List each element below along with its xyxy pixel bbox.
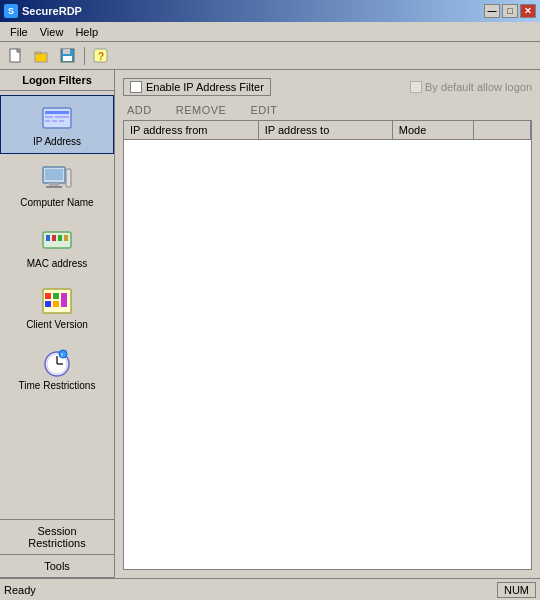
svg-rect-31: [61, 293, 67, 307]
client-version-label: Client Version: [26, 319, 88, 330]
svg-rect-10: [45, 111, 69, 114]
svg-rect-17: [45, 169, 63, 180]
col-mode: Mode: [392, 121, 473, 140]
time-restrictions-icon: !: [41, 346, 73, 378]
remove-button[interactable]: REMOVE: [176, 104, 227, 116]
num-indicator: NUM: [497, 582, 536, 598]
edit-button[interactable]: EDIT: [250, 104, 277, 116]
enable-filter-box: Enable IP Address Filter: [123, 78, 271, 96]
sidebar-bottom: Session Restrictions Tools: [0, 519, 114, 578]
status-bar: Ready NUM: [0, 578, 540, 600]
svg-rect-3: [35, 52, 41, 54]
time-restrictions-label: Time Restrictions: [19, 380, 96, 391]
sidebar-item-mac-address[interactable]: MAC address: [0, 217, 114, 276]
svg-rect-5: [63, 49, 70, 54]
svg-rect-11: [45, 116, 53, 118]
close-button[interactable]: ✕: [520, 4, 536, 18]
svg-rect-15: [59, 120, 64, 122]
svg-rect-30: [53, 301, 59, 307]
enable-filter-label: Enable IP Address Filter: [146, 81, 264, 93]
svg-rect-20: [66, 169, 71, 187]
svg-rect-6: [63, 56, 72, 61]
svg-rect-13: [45, 120, 50, 122]
menu-view[interactable]: View: [34, 24, 70, 40]
svg-rect-14: [52, 120, 57, 122]
svg-rect-19: [46, 186, 62, 188]
menu-bar: File View Help: [0, 22, 540, 42]
col-ip-from: IP address from: [124, 121, 258, 140]
computer-name-icon: [41, 163, 73, 195]
add-button[interactable]: ADD: [127, 104, 152, 116]
toolbar-separator: [84, 47, 85, 65]
svg-rect-18: [49, 183, 59, 186]
title-controls: — □ ✕: [484, 4, 536, 18]
title-bar-left: S SecureRDP: [4, 4, 82, 18]
sidebar-title: Logon Filters: [0, 70, 114, 91]
svg-rect-29: [53, 293, 59, 299]
svg-rect-24: [58, 235, 62, 241]
open-button[interactable]: [30, 45, 54, 67]
ip-address-label: IP Address: [33, 136, 81, 147]
svg-rect-28: [45, 301, 51, 307]
ip-address-icon: [41, 102, 73, 134]
help-button[interactable]: ?: [89, 45, 113, 67]
svg-text:?: ?: [98, 51, 104, 62]
ip-filter-table: IP address from IP address to Mode: [123, 120, 532, 570]
menu-help[interactable]: Help: [69, 24, 104, 40]
sidebar-item-ip-address[interactable]: IP Address: [0, 95, 114, 154]
sidebar-item-time-restrictions[interactable]: ! Time Restrictions: [0, 339, 114, 398]
filter-row: Enable IP Address Filter By default allo…: [123, 78, 532, 96]
default-allow-row: By default allow logon: [410, 81, 532, 93]
session-restrictions-item[interactable]: Session Restrictions: [0, 520, 114, 555]
minimize-button[interactable]: —: [484, 4, 500, 18]
svg-rect-27: [45, 293, 51, 299]
maximize-button[interactable]: □: [502, 4, 518, 18]
default-allow-checkbox[interactable]: [410, 81, 422, 93]
tools-item[interactable]: Tools: [0, 555, 114, 578]
title-text: SecureRDP: [22, 5, 82, 17]
action-row: ADD REMOVE EDIT: [123, 104, 532, 116]
mac-address-icon: [41, 224, 73, 256]
toolbar: ?: [0, 42, 540, 70]
menu-file[interactable]: File: [4, 24, 34, 40]
col-ip-to: IP address to: [258, 121, 392, 140]
sidebar-item-computer-name[interactable]: Computer Name: [0, 156, 114, 215]
col-extra: [474, 121, 531, 140]
title-bar: S SecureRDP — □ ✕: [0, 0, 540, 22]
client-version-icon: [41, 285, 73, 317]
svg-rect-25: [64, 235, 68, 241]
sidebar-items: IP Address Computer Name: [0, 91, 114, 519]
right-panel: Enable IP Address Filter By default allo…: [115, 70, 540, 578]
svg-rect-12: [55, 116, 69, 118]
default-allow-label: By default allow logon: [425, 81, 532, 93]
enable-filter-checkbox[interactable]: [130, 81, 142, 93]
mac-address-label: MAC address: [27, 258, 88, 269]
new-button[interactable]: [4, 45, 28, 67]
svg-rect-23: [52, 235, 56, 241]
filter-table-element: IP address from IP address to Mode: [124, 121, 531, 140]
sidebar: Logon Filters IP Address: [0, 70, 115, 578]
save-button[interactable]: [56, 45, 80, 67]
status-text: Ready: [4, 584, 36, 596]
app-icon: S: [4, 4, 18, 18]
svg-rect-22: [46, 235, 50, 241]
sidebar-item-client-version[interactable]: Client Version: [0, 278, 114, 337]
computer-name-label: Computer Name: [20, 197, 93, 208]
svg-text:!: !: [61, 352, 63, 358]
main-content: Logon Filters IP Address: [0, 70, 540, 578]
